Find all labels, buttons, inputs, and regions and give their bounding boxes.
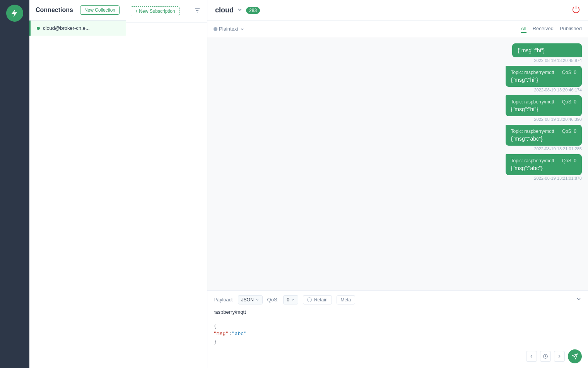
format-label: Plaintext: [219, 26, 238, 32]
connection-name: cloud@broker-cn.e...: [43, 25, 90, 31]
filter-icon-button[interactable]: [192, 5, 202, 17]
publish-input-area: { "msg":"abc" }: [214, 308, 582, 346]
subscriptions-panel: + New Subscription: [126, 0, 207, 368]
payload-format-selector[interactable]: JSON: [238, 295, 263, 304]
main-content: cloud 283 Plaintext: [207, 0, 588, 368]
message-payload: {"msg":"hi"}: [511, 77, 576, 83]
message-time: 2022-08-19 13:20:46:174: [534, 88, 582, 92]
send-button[interactable]: [568, 349, 582, 363]
next-icon: [557, 354, 562, 359]
message-topic: Topic: raspberry/mqtt: [511, 99, 554, 105]
message-topic: Topic: raspberry/mqtt: [511, 70, 554, 75]
top-bar-left: cloud 283: [215, 6, 260, 14]
expand-icon: [576, 296, 582, 302]
message-bubble: Topic: raspberry/mqtt QoS: 0 {"msg":"abc…: [506, 154, 582, 175]
message-qos: QoS: 0: [562, 129, 576, 134]
message-payload: {"msg":"abc"}: [511, 165, 576, 171]
prev-icon: [529, 354, 534, 359]
filter-tabs: All Received Published: [521, 25, 582, 33]
qos-selector[interactable]: 0: [283, 295, 298, 304]
payload-key: "msg": [214, 331, 229, 337]
format-selector[interactable]: Plaintext: [214, 26, 244, 32]
message-topic: Topic: raspberry/mqtt: [511, 158, 554, 163]
message-qos: QoS: 0: [562, 99, 576, 105]
subscriptions-header: + New Subscription: [126, 0, 207, 22]
topic-input[interactable]: [214, 308, 582, 316]
payload-label: Payload:: [214, 297, 233, 303]
active-connection-label: cloud: [215, 6, 234, 14]
message-bubble: Topic: raspberry/mqtt QoS: 0 {"msg":"hi"…: [506, 66, 582, 87]
power-button[interactable]: [572, 5, 580, 15]
publish-area: Payload: JSON QoS: 0 Retain Meta: [207, 290, 588, 368]
chevron-down-icon[interactable]: [237, 7, 243, 14]
message-bubble: Topic: raspberry/mqtt QoS: 0 {"msg":"hi"…: [506, 95, 582, 116]
message-bubble-wrapper: Topic: raspberry/mqtt QoS: 0 {"msg":"abc…: [214, 125, 582, 151]
tab-all[interactable]: All: [521, 25, 526, 33]
qos-chevron-icon: [291, 298, 295, 302]
power-icon: [572, 5, 580, 14]
send-icon: [572, 353, 578, 359]
history-button[interactable]: [540, 351, 551, 362]
new-subscription-button[interactable]: + New Subscription: [131, 6, 179, 16]
history-icon: [543, 354, 548, 359]
top-bar: cloud 283: [207, 0, 588, 21]
message-bubble-wrapper: Topic: raspberry/mqtt QoS: 0 {"msg":"abc…: [214, 154, 582, 181]
message-topic-line: Topic: raspberry/mqtt QoS: 0: [511, 129, 576, 134]
next-button[interactable]: [554, 351, 565, 362]
publish-bottom-bar: [214, 349, 582, 363]
top-bar-right: [572, 5, 580, 15]
message-qos: QoS: 0: [562, 70, 576, 75]
retain-circle: [307, 297, 312, 302]
message-topic: Topic: raspberry/mqtt: [511, 129, 554, 134]
message-bubble: Topic: raspberry/mqtt QoS: 0 {"msg":"abc…: [506, 125, 582, 146]
message-count-badge: 283: [246, 7, 260, 14]
connection-status-dot: [37, 27, 40, 30]
sidebar: [0, 0, 29, 368]
payload-colon: :: [229, 331, 232, 337]
payload-editor[interactable]: { "msg":"abc" }: [214, 322, 582, 346]
logo-icon: [10, 8, 20, 18]
message-bubble: {"msg":"hi"}: [512, 43, 582, 57]
tab-received[interactable]: Received: [533, 25, 554, 33]
message-time: 2022-08-19 13:21:01:285: [534, 146, 582, 151]
retain-label: Retain: [314, 297, 328, 303]
message-time: 2022-08-19 13:20:46:390: [534, 117, 582, 122]
prev-button[interactable]: [526, 351, 537, 362]
input-divider: [214, 319, 582, 319]
message-topic-line: Topic: raspberry/mqtt QoS: 0: [511, 99, 576, 105]
filter-icon: [194, 7, 201, 14]
connections-header: Connections New Collection: [29, 0, 126, 21]
app-logo[interactable]: [6, 5, 23, 22]
connections-panel: Connections New Collection cloud@broker-…: [29, 0, 126, 368]
messages-area: Plaintext All Received Published {"msg":…: [207, 21, 588, 290]
message-bubble-wrapper: Topic: raspberry/mqtt QoS: 0 {"msg":"hi"…: [214, 66, 582, 92]
message-topic-line: Topic: raspberry/mqtt QoS: 0: [511, 158, 576, 163]
connection-item[interactable]: cloud@broker-cn.e...: [29, 21, 126, 36]
tab-published[interactable]: Published: [560, 25, 582, 33]
message-bubble-wrapper: {"msg":"hi"} 2022-08-19 13:20:45:974: [214, 43, 582, 63]
publish-toolbar: Payload: JSON QoS: 0 Retain Meta: [214, 295, 582, 304]
qos-label: QoS:: [267, 297, 279, 303]
qos-value: 0: [287, 297, 289, 303]
messages-list: {"msg":"hi"} 2022-08-19 13:20:45:974 Top…: [207, 37, 588, 290]
message-payload: {"msg":"abc"}: [511, 136, 576, 142]
payload-brace-close: }: [214, 339, 217, 345]
format-chevron-icon: [240, 27, 244, 31]
message-bubble-wrapper: Topic: raspberry/mqtt QoS: 0 {"msg":"hi"…: [214, 95, 582, 122]
new-collection-button[interactable]: New Collection: [80, 5, 120, 15]
format-dot: [214, 27, 217, 31]
payload-brace-open: {: [214, 323, 217, 329]
messages-toolbar: Plaintext All Received Published: [207, 21, 588, 37]
message-payload: {"msg":"hi"}: [511, 106, 576, 112]
message-qos: QoS: 0: [562, 158, 576, 163]
expand-button[interactable]: [576, 296, 582, 304]
payload-format-value: JSON: [241, 297, 254, 303]
retain-button[interactable]: Retain: [303, 295, 332, 304]
meta-button[interactable]: Meta: [337, 295, 356, 304]
connections-title: Connections: [36, 7, 73, 14]
message-payload: {"msg":"hi"}: [518, 47, 576, 53]
payload-value: "abc": [232, 331, 247, 337]
message-topic-line: Topic: raspberry/mqtt QoS: 0: [511, 70, 576, 75]
message-time: 2022-08-19 13:21:01:878: [534, 176, 582, 181]
payload-chevron-icon: [255, 298, 259, 302]
